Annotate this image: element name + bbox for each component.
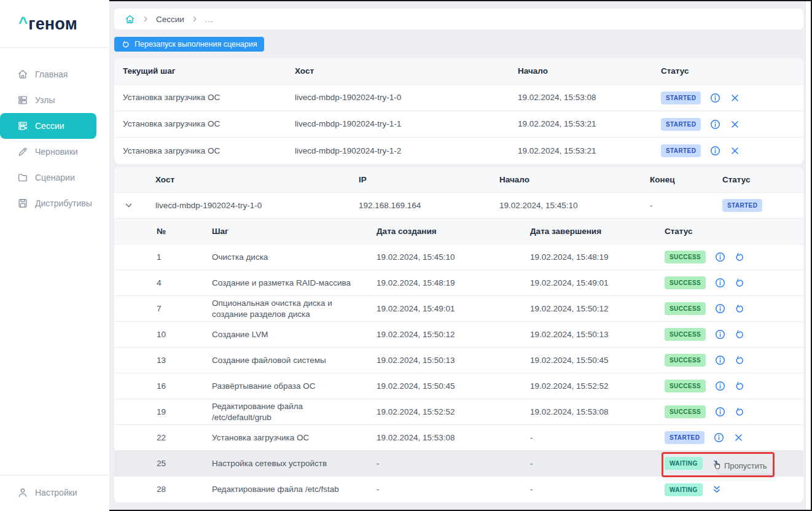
info-icon[interactable]: [714, 303, 725, 314]
status-cell: SUCCESS: [656, 348, 803, 373]
sidebar-item-home[interactable]: Главная: [0, 61, 96, 87]
column-header: Хост: [147, 167, 350, 192]
column-header: Дата завершения: [521, 219, 656, 244]
created-cell: 19.02.2024, 15:45:10: [368, 244, 521, 270]
sidebar-nav: Главная Узлы Сессии Черновики: [0, 48, 109, 216]
step-row[interactable]: 7 Опциональная очистка диска и создание …: [114, 296, 803, 322]
step-name-cell: Редактирование файла /etc/fstab: [203, 477, 368, 502]
close-icon[interactable]: [729, 119, 740, 130]
step-name-cell: Редактирование файла /etc/default/grub: [203, 399, 368, 424]
session-row[interactable]: Установка загрузчика ОС livecd-mbdp-1902…: [114, 85, 803, 111]
status-badge: STARTED: [661, 144, 701, 157]
nested-table-header-row: № Шаг Дата создания Дата завершения Стат…: [114, 219, 803, 244]
sidebar-item-sessions[interactable]: Сессии: [0, 113, 96, 139]
sidebar-item-distributives[interactable]: Дистрибутивы: [0, 190, 96, 216]
status-cell: STARTED: [652, 138, 803, 164]
sidebar-item-label: Сценарии: [35, 173, 75, 182]
status-badge: SUCCESS: [665, 354, 706, 367]
step-name-cell: Развёртывание образа ОС: [203, 373, 368, 399]
person-icon: [17, 487, 28, 499]
info-icon[interactable]: [714, 278, 725, 289]
skip-icon[interactable]: [711, 484, 722, 495]
created-cell: 19.02.2024, 15:50:13: [368, 348, 521, 373]
step-number-cell: 22: [148, 425, 203, 450]
status-cell: SUCCESS: [656, 296, 803, 321]
table-header-row: Текущий шаг Хост Начало Статус: [114, 58, 803, 85]
step-row[interactable]: 4 Создание и разметка RAID-массива 19.02…: [114, 270, 803, 296]
status-cell: STARTED: [652, 85, 803, 111]
restart-scenario-button[interactable]: Перезапуск выполнения сценария: [114, 37, 264, 52]
step-name-cell: Настройка сетевых устройств: [203, 451, 368, 476]
status-badge: STARTED: [722, 199, 762, 212]
step-row[interactable]: 13 Создание файловой системы 19.02.2024,…: [114, 348, 803, 373]
info-icon[interactable]: [714, 355, 725, 366]
step-row[interactable]: 10 Создание LVM 19.02.2024, 15:50:12 19.…: [114, 322, 803, 348]
breadcrumb: Сессии ...: [114, 9, 803, 29]
breadcrumb-home-icon[interactable]: [124, 14, 135, 25]
sidebar-item-settings[interactable]: Настройки: [0, 475, 96, 510]
sidebar-item-label: Дистрибутивы: [35, 198, 92, 208]
info-icon[interactable]: [714, 407, 725, 418]
current-step-cell: Установка загрузчика ОС: [114, 111, 286, 137]
disk-icon: [17, 198, 28, 209]
logo-caret-icon: ^: [18, 14, 28, 33]
status-cell: SUCCESS: [656, 322, 803, 347]
session-row[interactable]: Установка загрузчика ОС livecd-mbdp-1902…: [114, 138, 803, 164]
step-number-cell: 28: [148, 477, 203, 502]
step-row[interactable]: 16 Развёртывание образа ОС 19.02.2024, 1…: [114, 373, 803, 399]
finished-cell: 19.02.2024, 15:50:12: [521, 296, 656, 321]
step-name-cell: Создание и разметка RAID-массива: [203, 270, 368, 295]
session-row[interactable]: Установка загрузчика ОС livecd-mbdp-1902…: [114, 111, 803, 138]
start-cell: 19.02.2024, 15:53:21: [509, 111, 652, 137]
step-number-cell: 16: [148, 373, 203, 399]
table-header-row: Хост IP Начало Конец Статус: [114, 167, 803, 193]
status-badge: SUCCESS: [665, 328, 706, 341]
step-name-cell: Создание LVM: [203, 322, 368, 347]
host-cell: livecd-mbdp-1902024-try-1-0: [286, 85, 509, 111]
sidebar-item-scenarios[interactable]: Сценарии: [0, 165, 96, 190]
logo-text: геном: [28, 15, 77, 34]
info-icon[interactable]: [714, 329, 725, 340]
finished-cell: 19.02.2024, 15:53:08: [521, 399, 656, 424]
status-cell: STARTED: [656, 425, 803, 450]
sidebar-item-nodes[interactable]: Узлы: [0, 87, 96, 113]
retry-icon[interactable]: [734, 303, 745, 314]
retry-icon[interactable]: [734, 329, 745, 340]
step-row[interactable]: 25 Настройка сетевых устройств - - WAITI…: [114, 451, 803, 477]
close-icon[interactable]: [729, 92, 740, 103]
step-name-cell: Очистка диска: [203, 244, 368, 270]
retry-icon[interactable]: [734, 278, 745, 289]
retry-icon[interactable]: [734, 355, 745, 366]
host-cell: livecd-mbdp-1902024-try-1-0: [147, 193, 350, 218]
created-cell: -: [368, 477, 521, 502]
chevron-down-icon[interactable]: [123, 200, 134, 211]
retry-icon[interactable]: [734, 407, 745, 418]
info-icon[interactable]: [714, 381, 725, 392]
breadcrumb-item-sessions[interactable]: Сессии: [156, 15, 184, 24]
created-cell: 19.02.2024, 15:48:19: [368, 270, 521, 295]
column-header: Статус: [714, 167, 803, 192]
step-row[interactable]: 1 Очистка диска 19.02.2024, 15:45:10 19.…: [114, 244, 803, 270]
info-icon[interactable]: [709, 146, 720, 157]
close-icon[interactable]: [729, 146, 740, 157]
step-row[interactable]: 28 Редактирование файла /etc/fstab - - W…: [114, 477, 803, 502]
host-cell: livecd-mbdp-1902024-try-1-2: [286, 138, 509, 164]
sidebar-item-drafts[interactable]: Черновики: [0, 139, 96, 165]
current-step-cell: Установка загрузчика ОС: [114, 85, 286, 111]
step-name-cell: Опциональная очистка диска и создание ра…: [203, 296, 368, 321]
info-icon[interactable]: [709, 119, 720, 130]
host-row[interactable]: livecd-mbdp-1902024-try-1-0 192.168.169.…: [114, 193, 803, 219]
main-content: Сессии ... Перезапуск выполнения сценари…: [109, 0, 812, 511]
step-row[interactable]: 19 Редактирование файла /etc/default/gru…: [114, 399, 803, 425]
retry-icon[interactable]: [734, 381, 745, 392]
info-icon[interactable]: [714, 252, 725, 263]
step-row[interactable]: 22 Установка загрузчика ОС 19.02.2024, 1…: [114, 425, 803, 451]
sidebar-item-label: Узлы: [35, 95, 55, 105]
scrollbar[interactable]: [805, 1, 811, 510]
close-icon[interactable]: [733, 432, 744, 443]
info-icon[interactable]: [709, 92, 720, 103]
retry-icon[interactable]: [734, 252, 745, 263]
column-header: №: [148, 219, 203, 244]
info-icon[interactable]: [713, 432, 724, 443]
status-badge: SUCCESS: [665, 251, 706, 263]
